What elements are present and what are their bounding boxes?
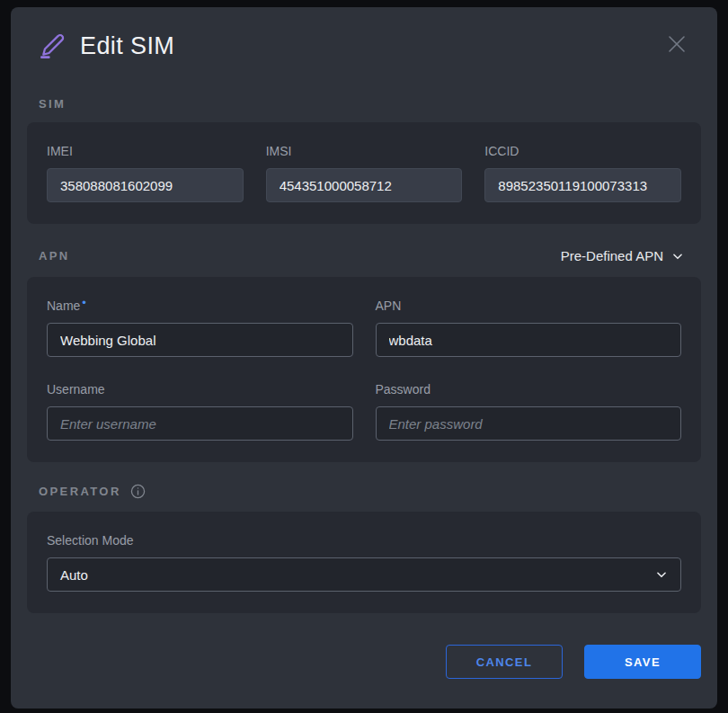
apn-apn-input[interactable] [376,323,682,357]
apn-type-select-value: Pre-Defined APN [561,248,663,263]
modal-header: Edit SIM [27,29,701,63]
apn-password-field-group: Password [376,382,682,441]
apn-name-field-group: Name• [47,299,353,357]
apn-username-field-group: Username [47,382,353,441]
selection-mode-select[interactable]: Auto [47,557,681,592]
close-icon[interactable] [663,31,690,58]
imei-field-group: IMEI [47,144,244,202]
operator-panel: Selection Mode Auto [27,512,701,613]
iccid-label: ICCID [484,144,681,158]
modal-footer: CANCEL SAVE [27,645,701,679]
apn-username-input[interactable] [47,406,353,441]
chevron-down-icon [671,250,684,263]
imsi-input[interactable] [266,168,463,202]
iccid-field-group: ICCID [484,144,681,202]
imsi-field-group: IMSI [266,144,463,202]
imei-input[interactable] [47,168,244,202]
required-indicator: • [82,296,86,309]
edit-sim-modal: Edit SIM SIM IMEI IMSI ICCID [11,7,717,709]
modal-title: Edit SIM [80,32,174,60]
apn-name-label: Name• [47,299,353,313]
apn-section-header: APN [39,249,70,263]
operator-section-header: OPERATOR [39,485,121,498]
apn-panel: Name• APN Username Password [27,277,701,462]
apn-type-select[interactable]: Pre-Defined APN [555,247,689,264]
imsi-label: IMSI [266,144,463,158]
apn-password-input[interactable] [376,406,682,441]
imei-label: IMEI [47,144,244,158]
selection-mode-value: Auto [60,567,88,583]
chevron-down-icon [655,568,668,581]
apn-password-label: Password [376,382,682,397]
apn-apn-field-group: APN [376,299,682,357]
apn-apn-label: APN [376,299,682,313]
apn-name-label-text: Name [47,299,80,313]
operator-header-row: OPERATOR [39,484,701,499]
sim-panel: IMEI IMSI ICCID [27,122,701,224]
apn-username-label: Username [47,382,353,397]
selection-mode-field-group: Selection Mode Auto [47,533,681,592]
apn-name-input[interactable] [47,323,353,357]
apn-header-row: APN Pre-Defined APN [39,247,689,264]
sim-section-header: SIM [39,97,701,111]
pencil-edit-icon [39,31,67,60]
cancel-button[interactable]: CANCEL [446,645,563,679]
iccid-input[interactable] [484,168,681,202]
info-circle-icon[interactable] [130,484,146,499]
selection-mode-label: Selection Mode [47,533,681,548]
save-button[interactable]: SAVE [584,645,701,679]
